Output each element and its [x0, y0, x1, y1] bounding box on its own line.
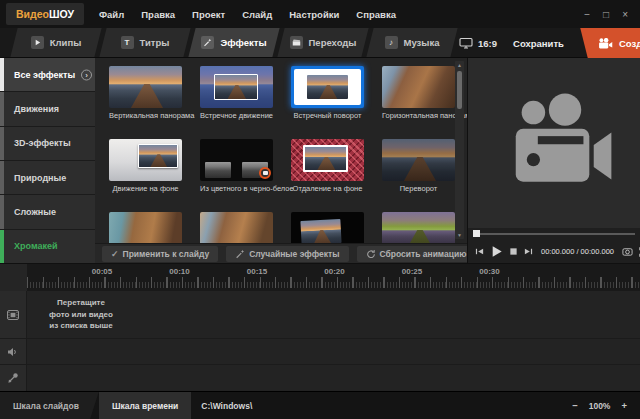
sidebar-item-label: Движения: [14, 104, 59, 114]
effect-label: Встречное движение: [200, 111, 273, 120]
effect-inset-photo: [300, 219, 341, 243]
menu-item[interactable]: Проект: [192, 9, 225, 20]
menu-item[interactable]: Настройки: [289, 9, 339, 20]
play-icon: [31, 36, 44, 49]
ruler-scale[interactable]: 00:0500:1000:1500:2000:2500:30: [27, 264, 640, 291]
tab-time-scale[interactable]: Шкала времени: [99, 392, 191, 419]
speaker-icon: [7, 347, 19, 357]
effect-label: Встречный поворот: [291, 111, 364, 120]
sidebar-item[interactable]: Движения: [0, 92, 95, 125]
microphone-icon: [7, 372, 19, 384]
effect-thumb[interactable]: [382, 66, 455, 108]
sidebar-item[interactable]: 3D-эффекты: [0, 127, 95, 160]
video-camera-placeholder-icon: [495, 92, 613, 195]
effect-inset-photo: [138, 144, 178, 168]
seek-bar[interactable]: [468, 228, 640, 240]
tab-музыка[interactable]: ♪Музыка: [370, 28, 454, 57]
seek-handle[interactable]: [473, 230, 480, 237]
voice-lane[interactable]: [27, 365, 640, 391]
effect-thumb[interactable]: [109, 212, 182, 243]
effect-thumb[interactable]: [200, 139, 273, 181]
sidebar-item[interactable]: Хромакей: [0, 230, 95, 263]
menu-item[interactable]: Слайд: [242, 9, 272, 20]
tab-label: Музыка: [404, 37, 440, 48]
effect-thumb[interactable]: [382, 139, 455, 181]
effect-inset-photo: [303, 145, 348, 172]
previous-frame-button[interactable]: [475, 247, 484, 256]
menu-item[interactable]: Правка: [141, 9, 175, 20]
effect-label: Горизонтальная панорама: [382, 111, 455, 120]
stop-button[interactable]: [509, 247, 518, 256]
sidebar-item-label: Хромакей: [14, 241, 57, 251]
close-button[interactable]: ×: [622, 9, 628, 20]
videoshow-window: ВидеоШОУ ФайлПравкаПроектСлайдНастройкиС…: [0, 0, 640, 419]
tab-label: Переходы: [309, 37, 357, 48]
zoom-level: 100%: [589, 401, 611, 411]
menu-item[interactable]: Справка: [356, 9, 396, 20]
play-button[interactable]: [490, 245, 503, 258]
ruler-time-label: 00:05: [92, 267, 112, 276]
sidebar-item[interactable]: Сложные: [0, 195, 95, 228]
effect-label: Отдаление на фоне: [291, 184, 364, 193]
minimize-button[interactable]: −: [584, 9, 590, 20]
tab-эффекты[interactable]: Эффекты: [192, 28, 276, 57]
action-button-2[interactable]: Сбросить анимацию: [357, 246, 467, 262]
effect-thumb[interactable]: [200, 66, 273, 108]
maximize-button[interactable]: □: [603, 9, 609, 20]
title-bar: ВидеоШОУ ФайлПравкаПроектСлайдНастройкиС…: [0, 0, 640, 28]
scrollbar-thumb[interactable]: [457, 71, 462, 109]
scroll-down-icon[interactable]: ▼: [457, 231, 462, 239]
save-button[interactable]: Сохранить: [513, 38, 564, 49]
sidebar-item[interactable]: Все эффекты›: [0, 58, 95, 91]
timeline-ruler[interactable]: 00:0500:1000:1500:2000:2500:30: [0, 263, 640, 291]
bw-photo-left: [205, 162, 231, 178]
sidebar-item-label: Все эффекты: [14, 70, 75, 80]
camera-badge-icon: [259, 167, 271, 179]
drop-hint: Перетащитефото или видеоиз списка выше: [29, 297, 133, 332]
snapshot-camera-icon[interactable]: [622, 246, 633, 257]
aspect-ratio-label: 16:9: [478, 38, 497, 49]
menu-item[interactable]: Файл: [99, 9, 124, 20]
action-button-0[interactable]: ✓Применить к слайду: [102, 246, 218, 262]
tab-переходы[interactable]: Переходы: [281, 28, 365, 57]
effect-thumb[interactable]: [291, 212, 364, 243]
effect-thumb[interactable]: [200, 212, 273, 243]
effect-thumb[interactable]: [382, 212, 455, 243]
scroll-up-icon[interactable]: ▲: [457, 61, 462, 69]
selected-effect-frame: [294, 69, 361, 105]
tab-титры[interactable]: TТитры: [103, 28, 187, 57]
tab-slide-scale[interactable]: Шкала слайдов: [0, 392, 99, 419]
effect-thumb[interactable]: [109, 139, 182, 181]
create-button[interactable]: Создать: [584, 28, 640, 58]
window-controls: − □ ×: [584, 9, 640, 20]
effects-scrollbar[interactable]: ▲ ▼: [455, 61, 464, 239]
music-icon: ♪: [385, 36, 398, 49]
sidebar-item[interactable]: Природные: [0, 161, 95, 194]
tab-bar: КлипыTТитрыЭффектыПереходы♪Музыка 16:9 С…: [0, 28, 640, 58]
titles-icon: T: [121, 36, 134, 49]
zoom-out-button[interactable]: −: [572, 400, 578, 411]
effect-item: [109, 212, 182, 243]
effect-thumb[interactable]: [109, 66, 182, 108]
effect-thumb-selected[interactable]: [291, 66, 364, 108]
voice-track[interactable]: [0, 365, 640, 391]
effect-item: Переворот: [382, 139, 455, 197]
effect-item: [382, 212, 455, 243]
player-extra-controls: [622, 246, 640, 257]
effect-thumb[interactable]: [291, 139, 364, 181]
seek-track[interactable]: [473, 233, 635, 235]
action-button-1[interactable]: Случайные эффекты: [226, 246, 348, 262]
audio-track[interactable]: [0, 339, 640, 365]
effect-item: Вертикальная панорама: [109, 66, 182, 124]
ruler-gutter: [0, 264, 27, 291]
next-frame-button[interactable]: [524, 247, 533, 256]
tab-клипы[interactable]: Клипы: [14, 28, 98, 57]
zoom-in-button[interactable]: +: [621, 400, 627, 411]
video-lane[interactable]: Перетащитефото или видеоиз списка выше: [27, 291, 640, 338]
audio-lane[interactable]: [27, 339, 640, 364]
effect-item: Горизонтальная панорама: [382, 66, 455, 124]
sidebar-item-label: 3D-эффекты: [14, 138, 71, 148]
video-track[interactable]: Перетащитефото или видеоиз списка выше: [0, 291, 640, 339]
expand-arrow-icon[interactable]: ›: [81, 69, 92, 80]
aspect-ratio-button[interactable]: 16:9: [459, 37, 497, 49]
